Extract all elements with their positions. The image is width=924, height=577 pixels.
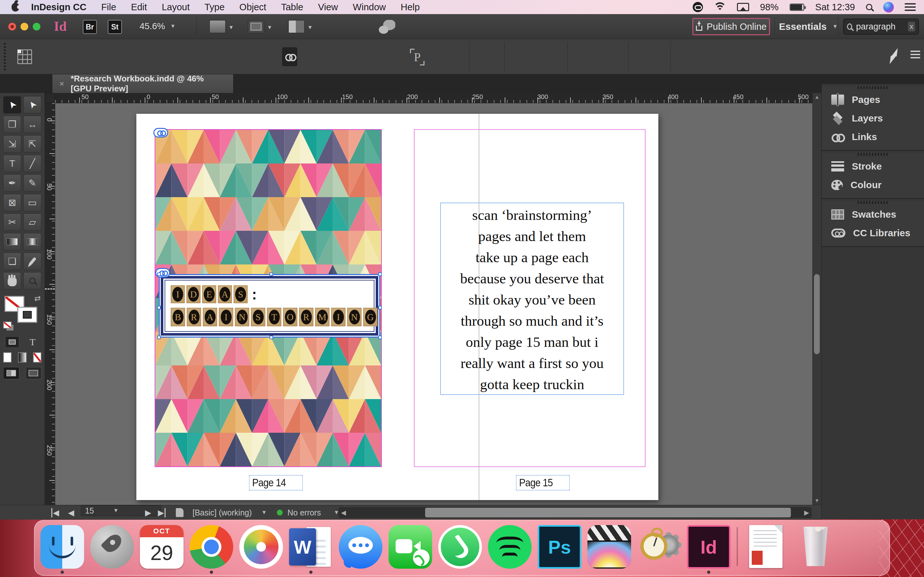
dock-spotify[interactable] xyxy=(488,525,531,569)
first-page-button[interactable]: ◀ xyxy=(51,505,59,520)
panel-button-colour[interactable]: Colour xyxy=(822,176,924,194)
preview-mode-button[interactable] xyxy=(26,367,42,379)
stroke-swatch[interactable] xyxy=(17,307,37,323)
dock-timer-app[interactable] xyxy=(637,525,681,569)
dock-indesign[interactable]: Id xyxy=(687,525,730,569)
control-panel-menu-icon[interactable] xyxy=(911,51,920,58)
panel-group-grip[interactable] xyxy=(858,87,888,89)
apply-gradient-button[interactable] xyxy=(18,352,26,363)
hand-tool[interactable] xyxy=(3,272,21,290)
dock-messages[interactable] xyxy=(339,525,383,569)
horizontal-scrollbar[interactable]: ◀ ▶ xyxy=(338,507,812,518)
page15-label-frame[interactable]: Page 15 xyxy=(516,475,570,490)
workspace-switcher[interactable]: Essentials▼ xyxy=(779,21,838,32)
dock-photoshop[interactable]: Ps xyxy=(538,525,582,569)
panel-button-layers[interactable]: Layers xyxy=(822,109,924,127)
panel-button-links[interactable]: Links xyxy=(822,127,924,146)
menu-item-table[interactable]: Table xyxy=(274,0,310,14)
menu-item-view[interactable]: View xyxy=(310,0,345,14)
frame-tool[interactable]: ⊠ xyxy=(3,194,21,211)
eyedropper-tool[interactable] xyxy=(23,253,41,270)
vertical-scrollbar[interactable]: ▲ ▼ xyxy=(813,93,821,505)
horizontal-ruler[interactable]: 50050100150200250300350400450500 xyxy=(55,93,813,103)
minimize-window-button[interactable] xyxy=(21,23,28,31)
horizontal-scrollbar-thumb[interactable] xyxy=(425,508,791,517)
normal-view-mode-button[interactable] xyxy=(3,367,19,379)
select-container-icon[interactable]: P xyxy=(410,49,425,65)
siri-icon[interactable] xyxy=(883,2,894,13)
pencil-tool[interactable]: ✎ xyxy=(23,174,41,192)
creative-cloud-icon[interactable] xyxy=(693,2,703,12)
notification-center-icon[interactable] xyxy=(905,3,916,11)
spotlight-icon[interactable] xyxy=(866,4,872,10)
note-tool[interactable]: ❏ xyxy=(3,253,21,270)
menu-item-help[interactable]: Help xyxy=(393,0,427,14)
publish-online-button[interactable]: Publish Online xyxy=(692,18,770,35)
bridge-button[interactable]: Br xyxy=(83,20,97,34)
selection-tool[interactable]: ➤ xyxy=(3,96,21,113)
menu-item-object[interactable]: Object xyxy=(232,0,274,14)
gradient-feather-tool[interactable] xyxy=(23,233,41,250)
panel-button-swatches[interactable]: Swatches xyxy=(822,205,924,224)
menu-item-type[interactable]: Type xyxy=(197,0,232,14)
frame-edges-icon[interactable] xyxy=(248,20,264,33)
dock-facetime[interactable] xyxy=(389,525,432,569)
default-fill-stroke-icon[interactable] xyxy=(3,322,11,329)
preflight-profile-dropdown[interactable]: [Basic] (working)▼ xyxy=(192,505,267,520)
stock-button[interactable]: St xyxy=(108,20,122,34)
dock-chrome[interactable] xyxy=(190,525,233,569)
close-window-button[interactable] xyxy=(8,23,16,31)
next-page-button[interactable]: ▶ xyxy=(145,505,151,520)
menu-item-edit[interactable]: Edit xyxy=(124,0,154,14)
pen-tool[interactable]: ✒ xyxy=(3,174,21,192)
direct-selection-tool[interactable]: ➤ xyxy=(23,96,41,113)
dock-word[interactable]: W xyxy=(289,525,333,569)
reference-point-proxy[interactable] xyxy=(17,49,32,64)
dock-finalcut[interactable] xyxy=(588,525,631,569)
dock-trash[interactable] xyxy=(794,525,837,569)
page-tool[interactable]: ❐ xyxy=(3,116,21,133)
line-tool[interactable]: ╱ xyxy=(23,155,41,172)
ideas-headline-frame[interactable]: IDEAS: BRAINSTORMING xyxy=(159,274,380,338)
last-page-button[interactable]: ▶ xyxy=(158,505,166,520)
clear-search-icon[interactable]: x xyxy=(908,22,915,31)
link-scale-button[interactable] xyxy=(282,47,297,66)
view-options-icon[interactable] xyxy=(209,20,226,33)
menu-item-indesign-cc[interactable]: InDesign CC xyxy=(24,0,94,14)
free-transform-tool[interactable]: ▱ xyxy=(23,213,41,231)
menu-clock[interactable]: Sat 12:39 xyxy=(815,2,855,13)
gradient-tool[interactable] xyxy=(3,233,21,250)
apply-color-button[interactable] xyxy=(3,352,11,363)
page14-label-frame[interactable]: Page 14 xyxy=(249,475,303,490)
quick-apply-icon[interactable] xyxy=(891,48,899,56)
rectangle-tool[interactable]: ▭ xyxy=(23,194,41,211)
panel-button-stroke[interactable]: Stroke xyxy=(822,157,924,176)
dock-whatsapp[interactable] xyxy=(438,525,482,569)
ruler-origin-corner[interactable] xyxy=(45,93,55,103)
dock-launchpad[interactable] xyxy=(90,525,134,569)
apple-menu-icon[interactable] xyxy=(11,3,19,11)
panel-group-grip[interactable] xyxy=(858,201,888,204)
menu-item-file[interactable]: File xyxy=(94,0,124,14)
airplay-icon[interactable] xyxy=(737,3,749,11)
zoom-tool[interactable] xyxy=(23,272,41,290)
dock-finder[interactable] xyxy=(40,525,84,569)
dock-photos[interactable] xyxy=(239,525,283,569)
wifi-icon[interactable] xyxy=(714,2,726,12)
panel-grip[interactable] xyxy=(4,43,6,71)
content-collector-tool[interactable]: ⇲ xyxy=(3,135,21,153)
formatting-affects-text-button[interactable]: T xyxy=(26,336,40,348)
preflight-status[interactable]: No errors▼ xyxy=(276,505,339,520)
dock-calendar[interactable]: OCT29 xyxy=(140,525,184,569)
dock-document-file[interactable] xyxy=(744,525,788,569)
panel-button-pages[interactable]: Pages xyxy=(822,90,924,109)
menu-item-layout[interactable]: Layout xyxy=(154,0,197,14)
zoom-window-button[interactable] xyxy=(33,23,40,31)
vertical-ruler[interactable]: 050100150200250300 xyxy=(45,103,55,505)
preflight-icon[interactable] xyxy=(176,505,184,520)
page15-text-frame[interactable]: scan ‘brainstorming’pages and let themta… xyxy=(440,203,624,395)
document-canvas[interactable]: IDEAS: BRAINSTORMING scan ‘brainstorming… xyxy=(55,103,813,505)
close-document-icon[interactable]: × xyxy=(59,79,64,89)
panel-button-cc-libraries[interactable]: CC Libraries xyxy=(822,224,924,242)
vertical-scrollbar-thumb[interactable] xyxy=(814,274,820,354)
